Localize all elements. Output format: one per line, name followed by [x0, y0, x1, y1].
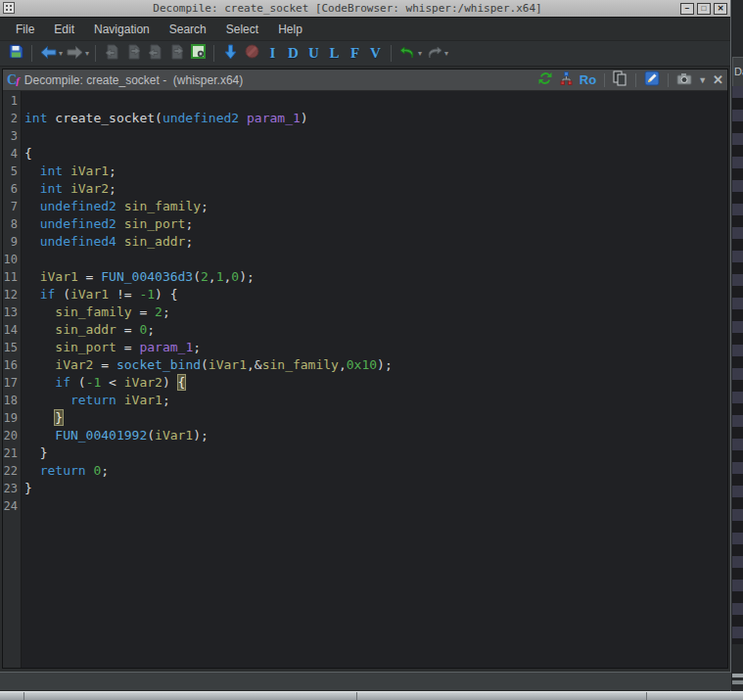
decompile-window: Decompile: create_socket [CodeBrowser: w…: [0, 0, 731, 691]
code-line-8[interactable]: undefined2 sin_port;: [24, 215, 727, 233]
side-panel-scrollbar[interactable]: [732, 674, 743, 677]
back-dropdown-caret[interactable]: ▾: [59, 49, 63, 58]
maximize-button[interactable]: □: [697, 3, 711, 15]
letter-D-button[interactable]: D: [283, 45, 303, 62]
code-line-18[interactable]: return iVar1;: [24, 392, 727, 409]
code-line-16[interactable]: iVar2 = socket_bind(iVar1,&sin_family,0x…: [24, 356, 727, 374]
side-panel-rows: [732, 86, 743, 644]
line-number: 24: [3, 497, 18, 515]
close-icon[interactable]: ✕: [713, 74, 723, 86]
menu-navigation[interactable]: Navigation: [84, 23, 160, 36]
code-line-6[interactable]: int iVar2;: [24, 180, 727, 198]
back-arrow-icon: [40, 45, 57, 63]
main-toolbar: ▾ ▾: [0, 41, 730, 67]
scrollbar-tick: [23, 692, 24, 700]
code-line-4[interactable]: {: [24, 145, 727, 163]
letter-F-button[interactable]: F: [345, 45, 365, 62]
line-number: 12: [3, 286, 18, 303]
decompile-panel-header[interactable]: Cf Decompile: create_socket - (whisper.x…: [3, 70, 727, 91]
code-pane[interactable]: int create_socket(undefined2 param_1){ i…: [22, 91, 727, 668]
minimize-button[interactable]: −: [680, 3, 694, 15]
letter-U-button[interactable]: U: [303, 45, 324, 62]
forward-button[interactable]: [65, 43, 84, 65]
code-line-13[interactable]: sin_family = 2;: [24, 303, 727, 321]
line-number: 18: [3, 392, 18, 409]
refresh-icon[interactable]: [537, 70, 553, 90]
code-editor: 123456789101112131415161718192021222324 …: [3, 91, 727, 668]
edit-pencil-icon[interactable]: [644, 70, 660, 90]
code-line-17[interactable]: if (-1 < iVar2) {: [24, 374, 727, 392]
menu-search[interactable]: Search: [160, 23, 216, 36]
code-line-20[interactable]: FUN_00401992(iVar1);: [24, 427, 727, 444]
code-line-22[interactable]: return 0;: [24, 462, 727, 480]
graph-tree-icon[interactable]: [559, 71, 574, 89]
copy-icon[interactable]: [613, 70, 627, 90]
code-line-10[interactable]: [24, 251, 727, 268]
down-arrow-icon: [224, 44, 237, 64]
side-panel-tab[interactable]: Dat: [732, 57, 743, 86]
close-window-button[interactable]: ✕: [714, 3, 727, 15]
line-number: 23: [3, 480, 18, 497]
screen: Decompile: create_socket [CodeBrowser: w…: [0, 0, 743, 700]
code-line-14[interactable]: sin_addr = 0;: [24, 321, 727, 339]
code-line-21[interactable]: }: [24, 444, 727, 462]
code-line-7[interactable]: undefined2 sin_family;: [24, 198, 727, 215]
side-panel-strip[interactable]: Dat: [732, 0, 743, 700]
menu-select[interactable]: Select: [216, 23, 268, 36]
page-with-arrow-icon: [169, 44, 184, 64]
code-line-1[interactable]: [24, 92, 727, 110]
menu-help[interactable]: Help: [268, 23, 312, 36]
panel-header-separator: [635, 73, 636, 87]
window-controls: − □ ✕: [680, 3, 727, 15]
page-arrow-button-4[interactable]: [166, 43, 186, 65]
side-panel-scrollbar[interactable]: [732, 680, 743, 684]
line-number: 5: [3, 163, 18, 180]
code-line-2[interactable]: int create_socket(undefined2 param_1): [24, 110, 727, 127]
window-title: Decompile: create_socket [CodeBrowser: w…: [15, 2, 680, 15]
snapshot-green-icon: [191, 44, 206, 63]
dropdown-icon[interactable]: ▼: [698, 75, 707, 85]
save-button[interactable]: [6, 43, 25, 65]
decompiler-cf-icon: Cf: [7, 72, 20, 88]
toolbar-separator: [31, 45, 32, 62]
code-line-11[interactable]: iVar1 = FUN_004036d3(2,1,0);: [24, 268, 727, 286]
code-line-12[interactable]: if (iVar1 != -1) {: [24, 286, 727, 303]
toolbar-separator: [213, 45, 214, 62]
code-line-24[interactable]: [24, 497, 727, 515]
code-line-3[interactable]: [24, 127, 727, 145]
code-line-23[interactable]: }: [24, 480, 727, 497]
line-number: 3: [3, 127, 18, 145]
undo-dropdown-caret[interactable]: ▾: [418, 49, 422, 58]
bottom-scrollbar[interactable]: [0, 691, 743, 700]
undo-button[interactable]: [397, 43, 417, 65]
reorder-button[interactable]: Ro: [580, 72, 596, 87]
line-number: 8: [3, 215, 18, 233]
code-line-5[interactable]: int iVar1;: [24, 163, 727, 180]
page-arrow-button-3[interactable]: [145, 43, 164, 65]
forward-dropdown-caret[interactable]: ▾: [85, 49, 89, 58]
line-number: 4: [3, 145, 18, 163]
page-arrow-button-2[interactable]: [123, 43, 143, 65]
camera-icon[interactable]: [676, 71, 692, 89]
no-entry-icon: [245, 44, 259, 63]
line-number: 19: [3, 409, 18, 427]
snapshot-button[interactable]: [188, 43, 208, 65]
title-bar[interactable]: Decompile: create_socket [CodeBrowser: w…: [0, 0, 730, 18]
code-line-9[interactable]: undefined4 sin_addr;: [24, 233, 727, 251]
code-line-19[interactable]: }: [24, 409, 727, 427]
toolbar-separator: [391, 45, 392, 62]
code-line-15[interactable]: sin_port = param_1;: [24, 339, 727, 356]
page-arrow-button-1[interactable]: [102, 43, 121, 65]
gutter: 123456789101112131415161718192021222324: [3, 91, 22, 668]
line-number: 1: [3, 92, 18, 110]
status-bar: [0, 672, 731, 690]
back-button[interactable]: [38, 43, 58, 65]
redo-dropdown-caret[interactable]: ▾: [444, 49, 448, 58]
letter-V-button[interactable]: V: [365, 45, 386, 62]
go-down-button[interactable]: [220, 43, 240, 65]
page-with-arrow-icon: [126, 44, 141, 64]
letter-I-button[interactable]: I: [262, 45, 283, 62]
letter-L-button[interactable]: L: [324, 45, 345, 62]
menu-file[interactable]: File: [6, 23, 44, 36]
menu-edit[interactable]: Edit: [44, 23, 84, 36]
